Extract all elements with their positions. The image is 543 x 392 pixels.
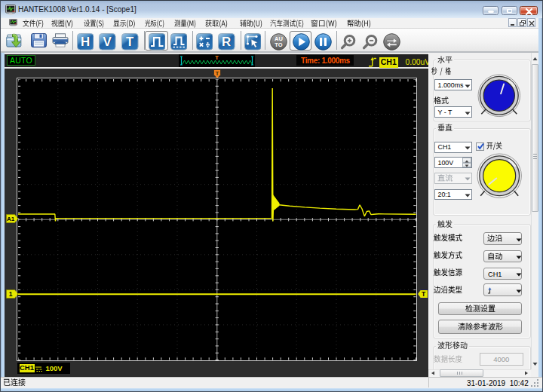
svg-text:V: V (103, 35, 112, 49)
svg-text:R: R (222, 35, 231, 49)
svg-text:T: T (215, 54, 219, 61)
svg-text:A1: A1 (6, 216, 14, 222)
svg-text:T: T (216, 70, 219, 77)
svg-text:TO: TO (275, 41, 282, 48)
svg-text:T: T (126, 35, 134, 49)
svg-text:1: 1 (8, 290, 12, 298)
svg-text:T: T (421, 290, 425, 298)
svg-text:H: H (81, 35, 90, 49)
